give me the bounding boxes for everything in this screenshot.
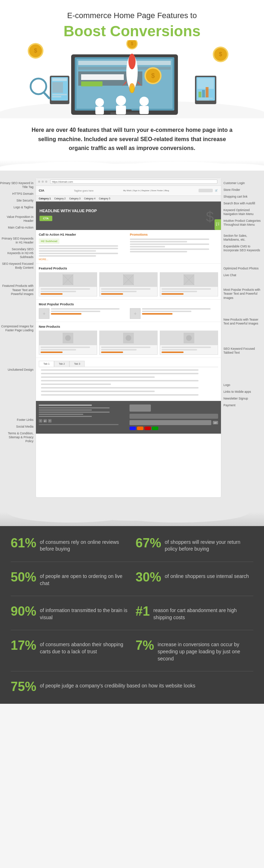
content-row-h1: Call to Action H1 Header H2 Subhead MORE… [36, 230, 221, 264]
footer-bottom-links [39, 424, 127, 425]
svg-rect-40 [52, 78, 67, 81]
body-content-lines [39, 245, 127, 257]
mockup-footer: t g+ f go [36, 401, 221, 434]
product-card-2 [99, 272, 158, 296]
popular-add-btn-2: + [130, 308, 141, 319]
right-label-5: Keyword Optimized Navigation Main Menu [221, 208, 264, 216]
hero-cta-btn: CTA [39, 216, 52, 221]
subscribe-btn[interactable]: go [213, 421, 218, 424]
stat-text-5: of information transmitted to the brain … [40, 605, 128, 621]
svg-rect-49 [199, 92, 201, 97]
nav-tagline: Tagline goes here [74, 189, 94, 192]
svg-rect-8 [81, 74, 124, 80]
diagram-wrapper: Primary SEO Keyword in Title Tag HTTPS D… [0, 178, 264, 498]
tab-2[interactable]: Tab 2 [54, 361, 69, 367]
left-labels: Primary SEO Keyword in Title Tag HTTPS D… [0, 178, 36, 446]
right-label-6: Intuitive Product Categories Throughout … [221, 219, 264, 227]
mockup-hero: HEADLINE WITH VALUE PROP CTA $ Live Chat [36, 202, 221, 230]
stat-text-4: of online shoppers use internal search [165, 571, 249, 580]
newsletter-row: go [130, 420, 218, 425]
pl-2-3 [101, 293, 123, 295]
new-image-1 [39, 331, 97, 345]
pop-line-3 [51, 313, 81, 315]
description-text: Here are over 40 features that will turn… [28, 125, 236, 153]
footer-legal-line [39, 424, 118, 425]
more-link[interactable]: MORE... [39, 258, 127, 261]
svg-rect-53 [199, 100, 209, 101]
popular-products-title: Most Popular Products [39, 302, 218, 306]
footer-col-newsletter: go [130, 404, 218, 430]
google-plus-icon: g+ [43, 419, 47, 423]
newsletter-input[interactable] [130, 414, 218, 419]
new-image-2 [100, 331, 157, 345]
tab-3[interactable]: Tab 3 [69, 361, 85, 367]
right-label-13: SEO Keyword Focused Tabbed Text [221, 347, 264, 355]
new-card-1 [39, 331, 97, 355]
popular-content [51, 308, 127, 319]
stat-item-2: 67% of shoppers will review your return … [136, 537, 253, 553]
left-label-5: Value Proposition in Header [0, 215, 36, 223]
paypal-icon [137, 427, 143, 430]
hero-illustration: $ $ $ $ [0, 40, 264, 118]
stat-divider-2 [11, 596, 253, 596]
browser-bar: https://domain.com [36, 178, 221, 186]
np-3-1 [162, 347, 211, 348]
header-subtitle: E-commerce Home Page Features to [21, 11, 243, 21]
product-card-1 [39, 272, 97, 296]
footer-col-links: t g+ f [39, 404, 127, 430]
stat-number-1: 61% [11, 537, 36, 550]
promo-line-6 [130, 251, 187, 252]
svg-rect-5 [78, 61, 171, 65]
tab-line-8 [41, 394, 199, 396]
header-title: Boost Conversions [21, 22, 243, 40]
right-label-9: Optimized Product Photos [221, 267, 264, 270]
right-label-10: Live Chat [221, 273, 264, 277]
tab-line-5 [41, 384, 111, 385]
stats-grid: 61% of consumers rely on online reviews … [11, 537, 253, 693]
stat-text-1: of consumers rely on online reviews befo… [40, 537, 128, 553]
tab-line-4 [41, 380, 199, 381]
svg-text:$: $ [151, 72, 155, 79]
svg-rect-9 [81, 81, 102, 86]
pop2-line-3 [142, 313, 173, 315]
pl-1-3 [41, 293, 63, 295]
stat-item-1: 61% of consumers rely on online reviews … [11, 537, 128, 553]
svg-point-36 [139, 97, 149, 106]
cloud-transition [0, 160, 264, 171]
right-label-12: New Products with Teaser Text and Powerf… [221, 318, 264, 326]
live-chat-button[interactable]: Live Chat [215, 219, 221, 230]
svg-point-18 [130, 86, 134, 93]
stat-item-3: 50% of people are open to ordering on li… [11, 571, 128, 587]
svg-point-73 [186, 335, 192, 341]
product-image-1 [39, 273, 97, 287]
right-label-16: Newsletter Signup [221, 397, 264, 401]
tab-1[interactable]: Tab 1 [39, 361, 54, 367]
left-label-3: Site Security [0, 199, 36, 203]
center-mockup: https://domain.com CIA Tagline goes here… [36, 178, 221, 498]
left-label-7: Primary SEO Keywords in H1 Header [0, 237, 36, 245]
pl-1-2 [41, 291, 76, 292]
h1-header: Call to Action H1 Header [39, 233, 127, 236]
product-image-3 [160, 273, 218, 287]
svg-rect-51 [206, 87, 208, 97]
np-1-1 [41, 347, 90, 348]
email-input[interactable] [130, 420, 211, 425]
payment-icons [130, 427, 218, 430]
stat-item-4: 30% of online shoppers use internal sear… [136, 571, 253, 587]
left-label-13: Footer Links [0, 418, 36, 422]
two-col-layout: Call to Action H1 Header H2 Subhead MORE… [39, 233, 218, 261]
right-label-7: Section for Sales, Markdowns, etc. [221, 234, 264, 242]
left-label-14: Social Media [0, 425, 36, 429]
footer-logo [130, 404, 151, 412]
content-line-2 [39, 248, 118, 249]
stat-number-3: 50% [11, 571, 36, 584]
featured-products-title: Featured Products [39, 267, 218, 270]
featured-products-row: Featured Products [36, 264, 221, 300]
left-label-2: HTTPS Domain [0, 192, 36, 196]
promo-lines [130, 239, 218, 252]
product-lines-3 [160, 287, 218, 296]
svg-point-13 [128, 54, 136, 69]
right-label-14: Logo [221, 383, 264, 387]
stat-text-8: increase in conversions can occur by spe… [158, 639, 253, 662]
pop2-line-1 [142, 308, 211, 310]
